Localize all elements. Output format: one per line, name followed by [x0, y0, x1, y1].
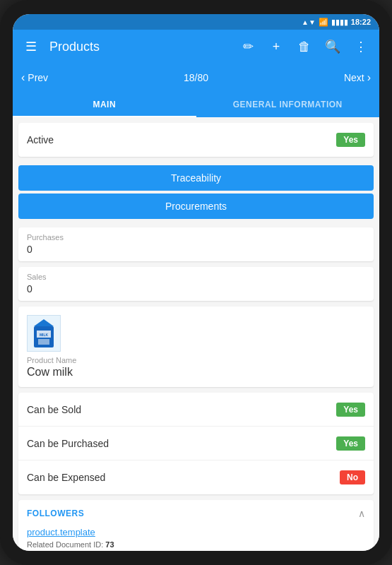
can-be-purchased-content: Can be Purchased [27, 437, 336, 450]
active-field-row: Active Yes [18, 123, 374, 157]
purchases-value: 0 [27, 244, 32, 255]
followers-section: FOLLOWERS product.template Related Docum… [18, 500, 374, 551]
tab-main-label: MAIN [93, 100, 116, 109]
can-be-purchased-row: Can be Purchased Yes [18, 427, 374, 460]
active-badge[interactable]: Yes [336, 133, 365, 147]
can-be-purchased-badge[interactable]: Yes [336, 436, 365, 451]
purchases-field-content: Purchases 0 [27, 233, 365, 256]
sales-label: Sales [27, 273, 365, 281]
product-info: Product Name Cow milk [27, 356, 365, 379]
time: 18:22 [351, 18, 371, 26]
can-be-expensed-row: Can be Expensed No [18, 460, 374, 494]
tabs-bar: MAIN GENERAL INFORMATION [13, 92, 379, 117]
app-bar-actions: ✏ + 🗑 🔍 ⋮ [235, 34, 374, 59]
related-doc-label: Related Document ID: [27, 540, 103, 549]
more-icon: ⋮ [355, 39, 367, 54]
follower-meta: Related Document ID: 73 [27, 540, 365, 549]
product-thumbnail: MILK [31, 318, 57, 349]
purchases-field-row: Purchases 0 [18, 227, 374, 261]
next-button[interactable]: Next › [344, 71, 371, 84]
can-be-expensed-content: Can be Expensed [27, 471, 340, 484]
followers-content: product.template Related Document ID: 73… [27, 525, 365, 551]
next-label: Next [344, 72, 364, 83]
can-be-expensed-badge[interactable]: No [340, 470, 365, 484]
product-name-label: Product Name [27, 356, 365, 364]
next-chevron-icon: › [367, 71, 371, 84]
purchases-card: Purchases 0 [18, 227, 374, 261]
svg-text:MILK: MILK [40, 333, 49, 337]
battery-icon: ▮▮▮▮ [331, 18, 348, 27]
followers-title: FOLLOWERS [27, 509, 84, 518]
svg-marker-1 [34, 319, 54, 326]
active-field-content: Active [27, 133, 336, 146]
page-title: Products [49, 40, 235, 54]
edit-icon: ✏ [243, 39, 254, 54]
device-screen: ▲▼ 📶 ▮▮▮▮ 18:22 ☰ Products ✏ + 🗑 [13, 14, 379, 551]
can-be-purchased-label: Can be Purchased [27, 438, 109, 449]
sales-field-row: Sales 0 [18, 267, 374, 301]
nav-bar: ‹ Prev 18/80 Next › [13, 64, 379, 92]
followers-header: FOLLOWERS [27, 507, 365, 520]
can-be-sold-row: Can be Sold Yes [18, 393, 374, 427]
app-bar: ☰ Products ✏ + 🗑 🔍 ⋮ [13, 30, 379, 64]
can-be-expensed-label: Can be Expensed [27, 472, 105, 483]
tab-general-information[interactable]: GENERAL INFORMATION [196, 92, 380, 117]
signal-icon: ▲▼ [302, 18, 316, 26]
sales-value: 0 [27, 283, 32, 295]
prev-button[interactable]: ‹ Prev [21, 71, 48, 84]
more-button[interactable]: ⋮ [348, 34, 374, 59]
purchases-label: Purchases [27, 233, 365, 242]
delete-icon: 🗑 [298, 40, 311, 54]
tab-main[interactable]: MAIN [13, 92, 196, 117]
related-doc-id: 73 [105, 540, 114, 549]
active-label: Active [27, 134, 54, 145]
device-frame: ▲▼ 📶 ▮▮▮▮ 18:22 ☰ Products ✏ + 🗑 [0, 0, 392, 565]
can-be-sold-label: Can be Sold [27, 404, 81, 415]
can-be-sold-badge[interactable]: Yes [336, 403, 365, 417]
menu-button[interactable]: ☰ [18, 34, 44, 59]
status-bar: ▲▼ 📶 ▮▮▮▮ 18:22 [13, 14, 379, 30]
product-image: MILK [27, 315, 61, 352]
follower-link[interactable]: product.template [27, 527, 95, 537]
add-icon: + [273, 40, 280, 54]
add-button[interactable]: + [263, 34, 289, 59]
sales-card: Sales 0 [18, 267, 374, 301]
product-name: Cow milk [27, 366, 365, 379]
procurements-button[interactable]: Procurements [18, 194, 374, 219]
can-be-sold-content: Can be Sold [27, 403, 336, 416]
tab-general-label: GENERAL INFORMATION [233, 100, 343, 109]
traceability-button[interactable]: Traceability [18, 165, 374, 191]
sales-field-content: Sales 0 [27, 273, 365, 295]
followers-collapse-icon[interactable] [358, 507, 365, 520]
menu-icon: ☰ [25, 39, 37, 54]
status-icons: ▲▼ 📶 ▮▮▮▮ 18:22 [302, 18, 371, 27]
content-area: Active Yes Traceability Procurements Pur… [13, 117, 379, 551]
search-button[interactable]: 🔍 [320, 34, 345, 59]
active-card: Active Yes [18, 123, 374, 157]
prev-label: Prev [28, 72, 48, 83]
svg-rect-4 [38, 339, 49, 345]
delete-button[interactable]: 🗑 [292, 34, 317, 59]
wifi-icon: 📶 [319, 18, 328, 27]
product-image-area: MILK Product Name Cow milk [18, 307, 374, 387]
prev-chevron-icon: ‹ [21, 71, 25, 84]
search-icon: 🔍 [325, 39, 340, 54]
toggles-card: Can be Sold Yes Can be Purchased Yes Can… [18, 393, 374, 494]
nav-counter: 18/80 [48, 72, 344, 83]
edit-button[interactable]: ✏ [235, 34, 261, 59]
